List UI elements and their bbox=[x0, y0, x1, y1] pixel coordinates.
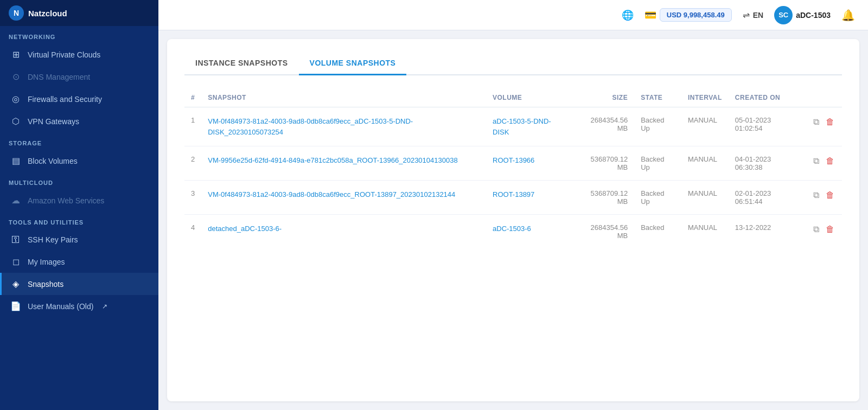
snapshot-link[interactable]: VM-0f484973-81a2-4003-9ad8-0db8ca6f9ecc_… bbox=[208, 190, 455, 198]
shield-icon: ◎ bbox=[10, 94, 21, 104]
sidebar-item-block-volumes[interactable]: ▤ Block Volumes bbox=[0, 150, 158, 172]
snapshot-link[interactable]: VM-9956e25d-62fd-4914-849a-e781c2bc058a_… bbox=[208, 156, 457, 164]
sidebar-item-firewalls-security[interactable]: ◎ Firewalls and Security bbox=[0, 88, 158, 110]
copy-button[interactable]: ⧉ bbox=[812, 223, 820, 235]
main-area: 🌐 💳 USD 9,998,458.49 ⇌ EN SC aDC-1503 🔔 … bbox=[158, 0, 868, 410]
tab-volume-snapshots[interactable]: VOLUME SNAPSHOTS bbox=[299, 52, 407, 75]
aws-icon: ☁ bbox=[10, 195, 21, 206]
balance-icon: 💳 bbox=[644, 9, 656, 21]
cell-interval: MANUAL bbox=[681, 215, 729, 249]
language-item[interactable]: ⇌ EN bbox=[743, 10, 763, 20]
section-label-tools: TOOLS AND UTILITIES bbox=[0, 212, 158, 229]
cell-created-on: 05-01-2023 01:02:54 bbox=[729, 107, 806, 146]
cell-created-on: 13-12-2022 bbox=[729, 215, 806, 249]
cell-snapshot: VM-0f484973-81a2-4003-9ad8-0db8ca6f9ecc_… bbox=[201, 181, 486, 215]
sidebar-item-label: Snapshots bbox=[28, 280, 63, 289]
notification-bell[interactable]: 🔔 bbox=[841, 9, 855, 22]
table-row: 3 VM-0f484973-81a2-4003-9ad8-0db8ca6f9ec… bbox=[184, 181, 842, 215]
sidebar-item-label: DNS Management bbox=[28, 73, 90, 81]
cell-interval: MANUAL bbox=[681, 107, 729, 146]
cell-actions: ⧉ 🗑 bbox=[806, 146, 842, 181]
volume-link[interactable]: aDC-1503-6 bbox=[493, 225, 531, 233]
sidebar-item-label: Amazon Web Services bbox=[28, 196, 104, 205]
section-label-multicloud: MULTICLOUD bbox=[0, 172, 158, 189]
cell-state: Backed bbox=[634, 215, 681, 249]
sidebar-item-aws: ☁ Amazon Web Services bbox=[0, 189, 158, 212]
cell-actions: ⧉ 🗑 bbox=[806, 107, 842, 146]
cell-interval: MANUAL bbox=[681, 181, 729, 215]
section-label-storage: STORAGE bbox=[0, 132, 158, 150]
table-row: 2 VM-9956e25d-62fd-4914-849a-e781c2bc058… bbox=[184, 146, 842, 181]
balance-item[interactable]: 💳 USD 9,998,458.49 bbox=[644, 8, 732, 22]
cell-interval: MANUAL bbox=[681, 146, 729, 181]
cell-size: 2684354.56 MB bbox=[572, 107, 634, 146]
cell-num: 4 bbox=[184, 215, 201, 249]
avatar: SC bbox=[774, 6, 793, 24]
sidebar: N Natzcloud NETWORKING ⊞ Virtual Private… bbox=[0, 0, 158, 410]
copy-button[interactable]: ⧉ bbox=[812, 116, 820, 128]
table-row: 1 VM-0f484973-81a2-4003-9ad8-0db8ca6f9ec… bbox=[184, 107, 842, 146]
delete-button[interactable]: 🗑 bbox=[825, 189, 835, 201]
globe-topbar-icon: 🌐 bbox=[622, 9, 634, 21]
cell-created-on: 04-01-2023 06:30:38 bbox=[729, 146, 806, 181]
cell-size: 5368709.12 MB bbox=[572, 146, 634, 181]
col-header-volume: VOLUME bbox=[486, 88, 572, 107]
copy-button[interactable]: ⧉ bbox=[812, 155, 820, 167]
snapshots-table-wrap: # SNAPSHOT VOLUME SIZE STATE INTERVAL CR… bbox=[184, 88, 842, 248]
col-header-created-on: CREATED ON bbox=[729, 88, 806, 107]
cell-snapshot: VM-9956e25d-62fd-4914-849a-e781c2bc058a_… bbox=[201, 146, 486, 181]
cell-actions: ⧉ 🗑 bbox=[806, 181, 842, 215]
col-header-num: # bbox=[184, 88, 201, 107]
volume-link[interactable]: ROOT-13897 bbox=[493, 190, 534, 198]
volume-icon: ▤ bbox=[10, 156, 21, 166]
logo-icon: N bbox=[9, 5, 24, 21]
user-profile-item[interactable]: SC aDC-1503 bbox=[774, 6, 831, 24]
delete-button[interactable]: 🗑 bbox=[825, 155, 835, 167]
sidebar-item-ssh-key-pairs[interactable]: ⚿ SSH Key Pairs bbox=[0, 229, 158, 251]
tab-instance-snapshots[interactable]: INSTANCE SNAPSHOTS bbox=[184, 52, 299, 75]
snapshot-link[interactable]: VM-0f484973-81a2-4003-9ad8-0db8ca6f9ecc_… bbox=[208, 117, 413, 136]
col-header-snapshot: SNAPSHOT bbox=[201, 88, 486, 107]
snapshot-link[interactable]: detached_aDC-1503-6- bbox=[208, 225, 282, 233]
sidebar-item-snapshots[interactable]: ◈ Snapshots bbox=[0, 273, 158, 295]
sidebar-item-vpn-gateways[interactable]: ⬡ VPN Gateways bbox=[0, 110, 158, 132]
external-link-icon: ↗ bbox=[102, 303, 107, 310]
translate-icon: ⇌ bbox=[743, 10, 750, 20]
cell-snapshot: detached_aDC-1503-6- bbox=[201, 215, 486, 249]
delete-button[interactable]: 🗑 bbox=[825, 116, 835, 128]
cell-created-on: 02-01-2023 06:51:44 bbox=[729, 181, 806, 215]
cell-state: Backed Up bbox=[634, 107, 681, 146]
snapshots-table: # SNAPSHOT VOLUME SIZE STATE INTERVAL CR… bbox=[184, 88, 842, 248]
volume-link[interactable]: aDC-1503-5-DND-DISK bbox=[493, 117, 551, 136]
volume-link[interactable]: ROOT-13966 bbox=[493, 156, 534, 164]
snapshot-tabs: INSTANCE SNAPSHOTS VOLUME SNAPSHOTS bbox=[184, 52, 842, 75]
username-label: aDC-1503 bbox=[796, 11, 831, 20]
sidebar-item-label: VPN Gateways bbox=[28, 117, 79, 126]
copy-button[interactable]: ⧉ bbox=[812, 189, 820, 201]
cell-volume: ROOT-13966 bbox=[486, 146, 572, 181]
globe-language-item[interactable]: 🌐 bbox=[622, 9, 634, 21]
sidebar-item-label: SSH Key Pairs bbox=[28, 235, 78, 244]
server-icon: ⊞ bbox=[10, 49, 21, 60]
snapshot-icon: ◈ bbox=[10, 279, 21, 289]
col-header-state: STATE bbox=[634, 88, 681, 107]
sidebar-item-virtual-private-clouds[interactable]: ⊞ Virtual Private Clouds bbox=[0, 43, 158, 66]
table-row: 4 detached_aDC-1503-6- aDC-1503-6 268435… bbox=[184, 215, 842, 249]
sidebar-item-label: Block Volumes bbox=[28, 157, 78, 165]
section-label-networking: NETWORKING bbox=[0, 26, 158, 43]
sidebar-item-label: Virtual Private Clouds bbox=[28, 50, 100, 59]
cell-num: 1 bbox=[184, 107, 201, 146]
globe-icon: ⊙ bbox=[10, 72, 21, 82]
sidebar-item-label: Firewalls and Security bbox=[28, 95, 102, 104]
sidebar-item-my-images[interactable]: ◻ My Images bbox=[0, 251, 158, 273]
manual-icon: 📄 bbox=[10, 301, 21, 311]
cell-state: Backed Up bbox=[634, 181, 681, 215]
language-label: EN bbox=[753, 11, 763, 20]
balance-value: USD 9,998,458.49 bbox=[660, 8, 732, 22]
sidebar-item-user-manuals[interactable]: 📄 User Manuals (Old) ↗ bbox=[0, 295, 158, 317]
col-header-actions bbox=[806, 88, 842, 107]
delete-button[interactable]: 🗑 bbox=[825, 223, 835, 235]
cell-snapshot: VM-0f484973-81a2-4003-9ad8-0db8ca6f9ecc_… bbox=[201, 107, 486, 146]
cell-actions: ⧉ 🗑 bbox=[806, 215, 842, 249]
cell-size: 2684354.56 MB bbox=[572, 215, 634, 249]
